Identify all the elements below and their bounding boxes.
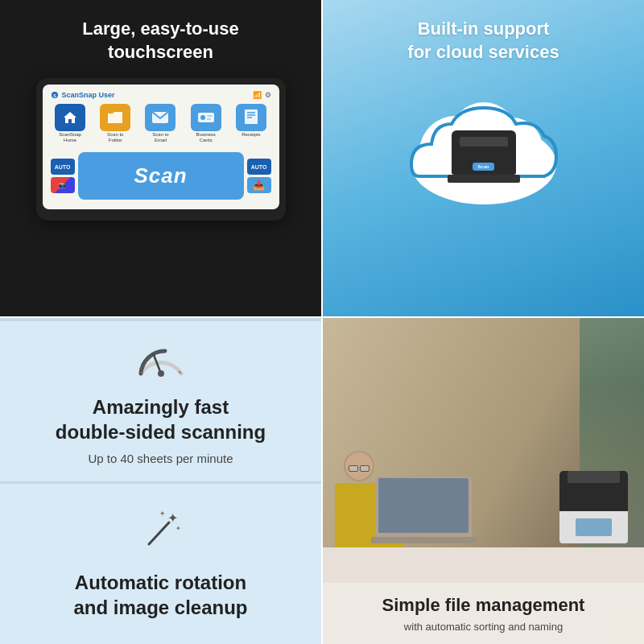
email-svg-icon <box>151 111 169 124</box>
screen-user-label: ScanSnap User <box>62 91 115 99</box>
folder-svg-icon <box>106 110 124 125</box>
cloud-title: Built-in support for cloud services <box>407 18 559 64</box>
svg-point-18 <box>158 370 164 377</box>
file-management-text: Simple file management with automatic so… <box>323 583 644 644</box>
auto-badge-top: AUTO <box>51 159 75 175</box>
auto-badge-pattern: 📷 <box>51 177 75 193</box>
file-management-title: Simple file management <box>334 594 633 617</box>
screen-device: S ScanSnap User 📶 ⚙ <box>36 78 286 221</box>
glasses <box>349 465 369 472</box>
screen-header-left: S ScanSnap User <box>51 91 115 99</box>
app-folder[interactable]: Scan toFolder <box>94 104 137 142</box>
svg-rect-6 <box>207 115 213 117</box>
scanner-bottom-br <box>559 511 628 543</box>
screen-inner: S ScanSnap User 📶 ⚙ <box>43 85 279 209</box>
speedometer-icon <box>133 337 189 382</box>
app-home-icon <box>55 104 85 131</box>
app-home[interactable]: ScanSnapHome <box>49 104 92 142</box>
touchscreen-title: Large, easy-to-use touchscreen <box>82 18 238 64</box>
cloud-scanner: Scan <box>448 130 520 183</box>
scanner-screen-br <box>576 518 612 536</box>
gear-icon: ⚙ <box>265 91 271 99</box>
scan-area: AUTO 📷 Scan AUTO 📤 <box>47 149 275 203</box>
app-email-label: Scan toEmail <box>152 132 168 142</box>
scan-side-right: AUTO 📤 <box>247 159 271 193</box>
svg-text:✦: ✦ <box>167 511 178 525</box>
fast-scan-title: Amazingly fast double-sided scanning <box>56 394 266 444</box>
svg-rect-8 <box>245 109 258 124</box>
send-icon-badge: 📤 <box>247 177 271 193</box>
app-receipts-icon <box>236 104 266 131</box>
person-head <box>344 451 374 481</box>
app-cards-icon <box>191 104 221 131</box>
laptop-screen-outer <box>375 477 472 537</box>
laptop-screen <box>378 478 469 533</box>
photo-scene <box>323 318 644 547</box>
scanner-base-mini <box>448 175 520 183</box>
screen-apps: ScanSnapHome Scan toFolder <box>47 102 275 144</box>
cell-cloud: Built-in support for cloud services Scan <box>323 0 644 316</box>
scan-button[interactable]: Scan <box>78 152 244 200</box>
home-svg-icon <box>62 109 78 126</box>
app-email[interactable]: Scan toEmail <box>139 104 182 142</box>
fast-scan-subtitle: Up to 40 sheets per minute <box>88 452 233 465</box>
app-receipts-label: Receipts <box>242 132 260 138</box>
wifi-icon: 📶 <box>253 91 262 99</box>
magic-wand-icon: ✦ ✦ ✦ <box>137 508 185 552</box>
main-grid: Large, easy-to-use touchscreen S ScanSna… <box>0 0 644 644</box>
scanner-body-mini: Scan <box>452 130 516 175</box>
cell-rotation: ✦ ✦ ✦ Automatic rotation and image clean… <box>0 482 321 644</box>
rotation-title: Automatic rotation and image cleanup <box>73 570 247 620</box>
scan-side-left: AUTO 📷 <box>51 159 75 193</box>
scanner-top-br <box>559 471 628 511</box>
svg-text:S: S <box>52 93 56 98</box>
app-cards-label: BusinessCards <box>196 132 216 142</box>
cell-fast-scan: Amazingly fast double-sided scanning Up … <box>0 320 321 481</box>
app-cards[interactable]: BusinessCards <box>184 104 227 142</box>
svg-text:✦: ✦ <box>159 510 166 518</box>
scan-button-label: Scan <box>134 163 187 188</box>
laptop <box>375 477 472 543</box>
gauge-icon-wrap <box>133 337 189 385</box>
file-management-subtitle: with automatic sorting and naming <box>334 621 633 633</box>
app-email-icon <box>145 104 175 131</box>
receipts-svg-icon <box>244 109 258 126</box>
screen-header: S ScanSnap User 📶 ⚙ <box>47 89 275 102</box>
scanner-device-br <box>559 464 628 543</box>
laptop-base <box>371 537 476 543</box>
app-receipts[interactable]: Receipts <box>229 104 272 142</box>
app-folder-label: Scan toFolder <box>107 132 123 142</box>
app-home-label: ScanSnapHome <box>59 132 81 142</box>
cloud-container: Scan <box>395 80 572 208</box>
scanner-slot <box>568 471 620 483</box>
auto-badge-right-top: AUTO <box>247 159 271 175</box>
screen-header-icons: 📶 ⚙ <box>253 91 271 99</box>
cell-touchscreen: Large, easy-to-use touchscreen S ScanSna… <box>0 0 321 316</box>
wand-icon-wrap: ✦ ✦ ✦ <box>137 508 185 562</box>
scanner-btn-label: Scan <box>477 164 489 169</box>
bottom-left-column: Amazingly fast double-sided scanning Up … <box>0 318 321 644</box>
svg-line-21 <box>149 522 169 544</box>
cards-svg-icon <box>197 111 215 124</box>
scanner-tray-mini <box>460 137 508 147</box>
svg-point-5 <box>200 115 205 120</box>
app-folder-icon <box>100 104 130 131</box>
scanner-btn-mini: Scan <box>473 163 493 171</box>
svg-marker-2 <box>64 112 76 123</box>
scansnap-logo-icon: S <box>51 91 59 99</box>
svg-text:✦: ✦ <box>175 525 181 532</box>
svg-rect-7 <box>207 118 211 120</box>
cell-file-management: Simple file management with automatic so… <box>323 318 644 644</box>
